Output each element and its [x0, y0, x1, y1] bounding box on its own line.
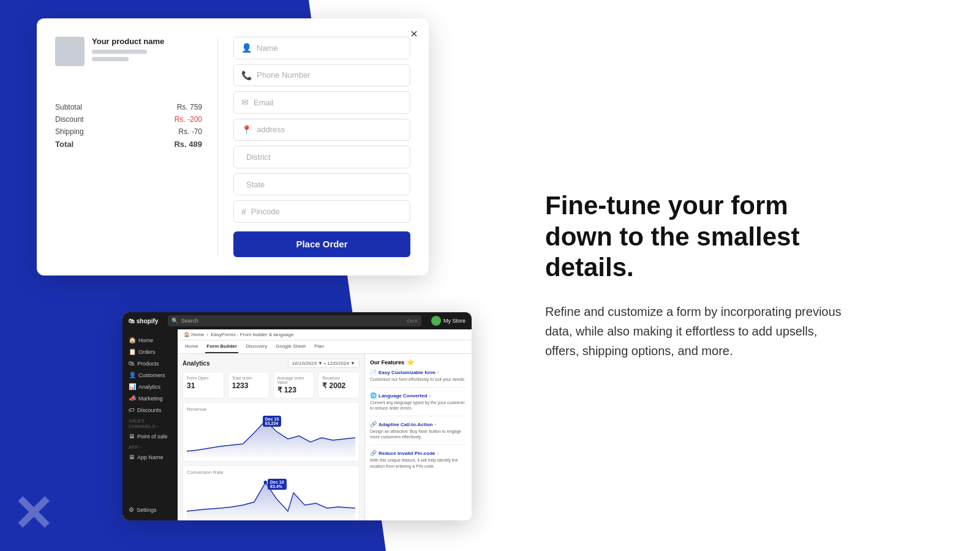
breadcrumb-separator: ›	[207, 332, 209, 337]
sidebar-item-discounts[interactable]: 🏷 Discounts	[123, 404, 178, 416]
sidebar-label-orders: Orders	[138, 349, 156, 355]
feature-desc-customizable: Customize our form effortlessly to suit …	[370, 377, 467, 382]
email-field[interactable]: ✉	[233, 91, 410, 114]
address-input[interactable]	[257, 125, 402, 134]
revenue-chart: Revenue Dec 1083,234	[183, 402, 360, 462]
feature-customizable-form[interactable]: 📄 Easy Customizable form › Customize our…	[370, 369, 467, 388]
stat-revenue: Revenue ₹ 2002	[318, 372, 360, 399]
cta-icon: 🔗	[370, 421, 377, 427]
product-image	[55, 37, 85, 66]
tab-form-builder[interactable]: Form Builder	[205, 340, 238, 353]
store-name: My Store	[443, 318, 466, 324]
district-input[interactable]	[246, 152, 402, 162]
sidebar-item-marketing[interactable]: 📣 Marketing	[123, 392, 178, 404]
feature-pincode[interactable]: 🔗 Reduce Invalid Pin-code › With this un…	[370, 450, 467, 473]
shopify-dashboard-modal: 🛍 shopify 🔍 Search Ctrl K My Store 🏠 Hom…	[123, 312, 472, 520]
app-label: App ›	[123, 442, 178, 451]
app-icon: 🖥	[129, 454, 135, 460]
name-input[interactable]	[257, 43, 402, 53]
subtotal-row: Subtotal Rs. 759	[55, 103, 202, 111]
conversion-chart-title: Conversion Rate	[187, 470, 355, 475]
shopify-sidebar: 🏠 Home 📋 Orders 🛍 Products 👤 Customers 📊	[123, 329, 178, 520]
conversion-chart-area: Dec 1083.4%	[187, 478, 355, 520]
stat-value-form-open: 31	[187, 381, 220, 390]
stat-label-revenue: Revenue	[322, 376, 355, 380]
feature-arrow-cta: ›	[434, 422, 436, 427]
phone-input[interactable]	[257, 70, 402, 80]
home-breadcrumb: 🏠 Home	[184, 332, 205, 337]
tab-discovery[interactable]: Discovery	[244, 340, 268, 353]
tab-home[interactable]: Home	[184, 340, 199, 353]
pos-icon: 🖥	[129, 433, 135, 440]
sidebar-item-pos[interactable]: 🖥 Point of sale	[123, 430, 178, 442]
marketing-icon: 📣	[129, 395, 136, 402]
analytics-panel: Analytics 16/10/2023 ▼ • 12/0/2024 ▼ For…	[178, 354, 364, 520]
pincode-field[interactable]: #	[233, 200, 410, 223]
sidebar-label-customers: Customers	[138, 372, 165, 378]
sidebar-label-home: Home	[138, 337, 153, 343]
shipping-label: Shipping	[55, 127, 84, 136]
phone-icon: 📞	[241, 70, 252, 80]
state-input[interactable]	[246, 180, 402, 189]
features-title: Our Features	[370, 359, 404, 365]
discount-label: Discount	[55, 115, 84, 124]
stat-label-total-order: Total order	[232, 376, 265, 380]
sidebar-item-customers[interactable]: 👤 Customers	[123, 369, 178, 381]
sidebar-item-settings[interactable]: ⚙ Settings	[123, 504, 178, 515]
feature-cta[interactable]: 🔗 Adaptive Call-to-Action › Design an at…	[370, 421, 467, 445]
pincode-input[interactable]	[251, 207, 402, 216]
analytics-header: Analytics 16/10/2023 ▼ • 12/0/2024 ▼	[183, 359, 360, 368]
sidebar-item-products[interactable]: 🛍 Products	[123, 358, 178, 369]
stats-row: Form Open 31 Total order 1233 Average or…	[183, 372, 360, 399]
dashboard-panels: Analytics 16/10/2023 ▼ • 12/0/2024 ▼ For…	[178, 354, 472, 520]
my-store-section: My Store	[431, 316, 466, 326]
search-bar[interactable]: 🔍 Search Ctrl K	[168, 315, 421, 326]
sidebar-item-analytics[interactable]: 📊 Analytics	[123, 381, 178, 392]
sidebar-label-pos: Point of sale	[137, 433, 168, 440]
shopify-content-area: 🏠 Home › EasyForms - From builder & lang…	[178, 329, 472, 520]
email-icon: ✉	[241, 97, 249, 107]
sidebar-item-home[interactable]: 🏠 Home	[123, 334, 178, 346]
search-shortcut: Ctrl K	[407, 319, 418, 323]
product-line-2	[92, 57, 129, 61]
feature-title-pincode: 🔗 Reduce Invalid Pin-code ›	[370, 450, 467, 456]
sidebar-item-orders[interactable]: 📋 Orders	[123, 346, 178, 358]
pincode-icon: #	[241, 207, 246, 217]
tab-plan[interactable]: Plan	[313, 340, 325, 353]
description: Refine and customize a form by incorpora…	[545, 302, 851, 361]
close-button[interactable]: ×	[410, 27, 418, 41]
tab-google-sheet[interactable]: Google Sheet	[274, 340, 307, 353]
shopify-logo: 🛍 shopify	[129, 318, 158, 324]
product-info-panel: Your product name Subtotal Rs. 759 Disco…	[55, 37, 202, 257]
total-label: Total	[55, 140, 74, 149]
sidebar-item-app[interactable]: 🖥 App Name	[123, 451, 178, 463]
shipping-value: Rs. -70	[178, 127, 202, 136]
features-panel: Our Features ⭐ 📄 Easy Customizable form …	[364, 354, 472, 520]
language-icon: 🌐	[370, 392, 377, 399]
district-field[interactable]	[233, 146, 410, 168]
search-icon: 🔍	[172, 318, 178, 324]
analytics-title: Analytics	[183, 360, 209, 367]
name-field[interactable]: 👤	[233, 37, 410, 59]
feature-desc-pincode: With this unique feature, it will help i…	[370, 457, 467, 468]
products-icon: 🛍	[129, 360, 135, 367]
email-input[interactable]	[254, 98, 402, 107]
settings-icon: ⚙	[129, 506, 134, 513]
feature-title-cta: 🔗 Adaptive Call-to-Action ›	[370, 421, 467, 427]
name-icon: 👤	[241, 43, 252, 53]
feature-language[interactable]: 🌐 Language Converted › Convert any langu…	[370, 392, 467, 416]
address-field[interactable]: 📍	[233, 119, 410, 141]
phone-field[interactable]: 📞	[233, 64, 410, 87]
feature-label-pincode: Reduce Invalid Pin-code	[379, 451, 435, 456]
shopify-topbar: 🛍 shopify 🔍 Search Ctrl K My Store	[123, 312, 472, 329]
analytics-icon: 📊	[129, 383, 136, 390]
date-range[interactable]: 16/10/2023 ▼ • 12/0/2024 ▼	[288, 359, 360, 368]
sidebar-label-settings: Settings	[137, 507, 157, 513]
place-order-button[interactable]: Place Order	[233, 231, 410, 257]
stat-label-avg-order: Average order Value	[277, 376, 311, 384]
sidebar-label-analytics: Analytics	[138, 384, 160, 390]
feature-label-customizable: Easy Customizable form	[379, 370, 435, 375]
product-info: Your product name	[55, 37, 202, 66]
svg-point-1	[264, 481, 267, 484]
state-field[interactable]	[233, 173, 410, 196]
